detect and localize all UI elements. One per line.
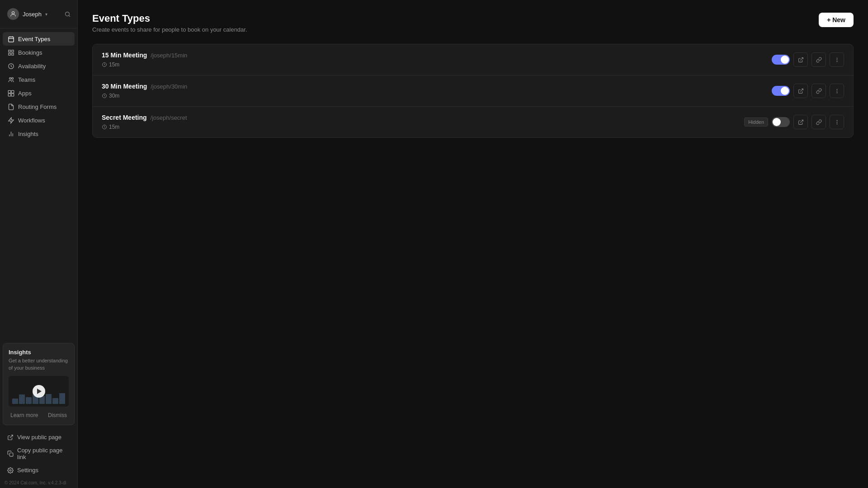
sidebar-nav: Event Types Bookings Availability Teams: [0, 28, 77, 339]
sidebar-label-routing-forms: Routing Forms: [18, 103, 57, 110]
event-info-secret: Secret Meeting /joseph/secret 15m: [102, 114, 744, 130]
insights-thumbnail: [9, 376, 69, 407]
event-duration-secret: 15m: [109, 124, 119, 130]
event-duration-30min: 30m: [109, 93, 119, 99]
chart-bar: [19, 394, 25, 404]
dismiss-button[interactable]: Dismiss: [46, 411, 69, 419]
user-name: Joseph: [23, 11, 42, 18]
svg-point-12: [11, 77, 13, 79]
toggle-secret[interactable]: [772, 117, 790, 127]
copy-icon: [7, 450, 14, 457]
toggle-15min[interactable]: [772, 55, 790, 65]
view-public-page-link[interactable]: View public page: [3, 431, 75, 444]
event-meta-secret: 15m: [102, 124, 744, 130]
event-actions-30min: [772, 84, 844, 98]
settings-label: Settings: [17, 467, 38, 474]
event-duration-15min: 15m: [109, 61, 119, 68]
clock-icon-30min: [102, 93, 107, 99]
copy-public-page-label: Copy public page link: [17, 447, 70, 460]
sidebar-item-apps[interactable]: Apps: [3, 86, 75, 100]
svg-rect-15: [8, 94, 11, 96]
svg-point-28: [836, 61, 837, 61]
external-link-icon: [7, 434, 14, 441]
main-content: Event Types Create events to share for p…: [78, 0, 868, 488]
more-options-30min[interactable]: [830, 84, 844, 98]
sidebar-label-insights: Insights: [18, 131, 38, 137]
hidden-badge: Hidden: [744, 117, 768, 127]
event-title-row: 15 Min Meeting /joseph/15min: [102, 52, 772, 59]
insights-promo-card: Insights Get a better understanding of y…: [3, 343, 75, 425]
user-menu[interactable]: Joseph ▾: [5, 5, 50, 23]
insights-card-actions: Learn more Dismiss: [9, 411, 69, 419]
copy-link-15min[interactable]: [811, 52, 826, 67]
sidebar-item-availability[interactable]: Availability: [3, 59, 75, 73]
open-link-30min[interactable]: [793, 84, 808, 98]
view-public-page-label: View public page: [17, 434, 61, 441]
event-meta-15min: 15m: [102, 61, 772, 68]
more-options-secret[interactable]: [830, 115, 844, 129]
open-link-secret[interactable]: [793, 115, 808, 129]
sidebar: Joseph ▾ Event Types Bookings: [0, 0, 78, 488]
search-button[interactable]: [62, 9, 73, 19]
settings-link[interactable]: Settings: [3, 464, 75, 477]
zap-icon: [7, 117, 14, 124]
users-icon: [7, 76, 14, 83]
copy-public-page-link[interactable]: Copy public page link: [3, 444, 75, 464]
play-button[interactable]: [33, 385, 45, 398]
chart-bar: [59, 393, 65, 404]
learn-more-button[interactable]: Learn more: [9, 411, 40, 419]
more-options-15min[interactable]: [830, 52, 844, 67]
avatar: [7, 8, 19, 20]
open-link-15min[interactable]: [793, 52, 808, 67]
svg-point-33: [836, 92, 837, 93]
new-event-button[interactable]: + New: [819, 13, 854, 27]
svg-point-32: [836, 90, 837, 91]
svg-point-37: [836, 122, 837, 122]
svg-line-35: [800, 120, 803, 122]
toggle-track-secret: [772, 117, 790, 127]
toggle-30min[interactable]: [772, 86, 790, 96]
sidebar-item-workflows[interactable]: Workflows: [3, 113, 75, 127]
search-icon: [64, 11, 71, 18]
event-item-15min: 15 Min Meeting /joseph/15min 15m: [93, 44, 853, 75]
chart-bar: [52, 398, 58, 404]
toggle-track-30min: [772, 86, 790, 96]
sidebar-bottom-links: View public page Copy public page link S…: [0, 429, 77, 479]
insights-card-desc: Get a better understanding of your busin…: [9, 357, 69, 371]
copy-link-30min[interactable]: [811, 84, 826, 98]
svg-marker-17: [8, 117, 13, 123]
sidebar-label-workflows: Workflows: [18, 117, 45, 124]
svg-point-31: [836, 89, 837, 89]
toggle-track-15min: [772, 55, 790, 65]
sidebar-label-event-types: Event Types: [18, 36, 50, 42]
svg-point-36: [836, 120, 837, 121]
event-info-30min: 30 Min Meeting /joseph/30min 30m: [102, 83, 772, 99]
sidebar-item-insights[interactable]: Insights: [3, 127, 75, 141]
svg-point-0: [12, 12, 14, 14]
copy-link-secret[interactable]: [811, 115, 826, 129]
event-list: 15 Min Meeting /joseph/15min 15m: [92, 44, 854, 138]
clock-icon-secret: [102, 124, 107, 130]
sidebar-top: Joseph ▾: [0, 0, 77, 28]
sidebar-label-apps: Apps: [18, 90, 32, 97]
chevron-down-icon: ▾: [45, 12, 47, 17]
svg-rect-8: [8, 53, 10, 55]
event-name-secret: Secret Meeting: [102, 114, 147, 121]
svg-rect-9: [11, 53, 13, 55]
svg-line-21: [10, 435, 13, 437]
chart-bar: [46, 394, 52, 404]
svg-rect-6: [8, 50, 10, 52]
sidebar-item-event-types[interactable]: Event Types: [3, 32, 75, 46]
event-title-row-30min: 30 Min Meeting /joseph/30min: [102, 83, 772, 90]
sidebar-item-teams[interactable]: Teams: [3, 73, 75, 86]
sidebar-item-bookings[interactable]: Bookings: [3, 46, 75, 59]
svg-line-25: [800, 57, 803, 60]
event-meta-30min: 30m: [102, 93, 772, 99]
event-path-secret: /joseph/secret: [151, 114, 187, 121]
sidebar-item-routing-forms[interactable]: Routing Forms: [3, 100, 75, 113]
page-header: Event Types Create events to share for p…: [92, 13, 854, 33]
svg-point-1: [66, 12, 70, 16]
svg-rect-16: [11, 94, 14, 96]
svg-rect-2: [8, 37, 13, 42]
event-path-30min: /joseph/30min: [151, 83, 187, 90]
